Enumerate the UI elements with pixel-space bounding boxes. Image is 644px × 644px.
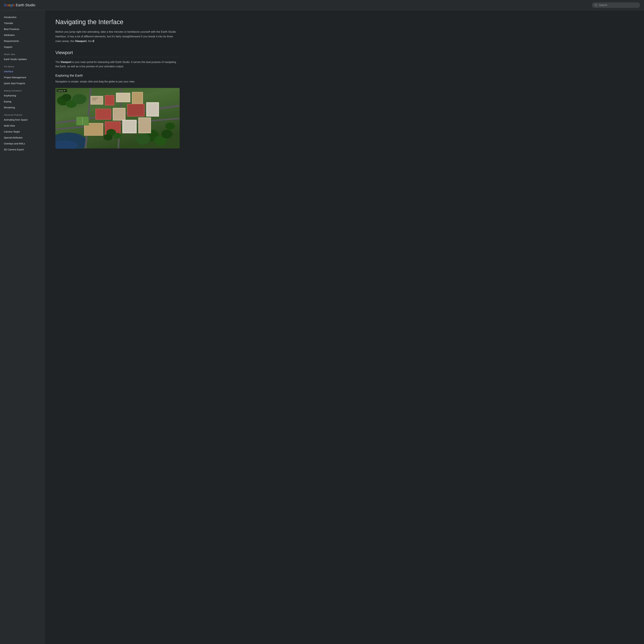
svg-rect-25	[133, 93, 142, 103]
svg-rect-27	[96, 109, 110, 119]
sidebar-section-label-making-animations: Making Animations	[0, 88, 45, 93]
svg-rect-45	[93, 99, 94, 100]
svg-point-16	[136, 133, 150, 144]
intro-bold-viewport: Viewport	[75, 40, 86, 43]
page-layout: Introduction Tutorials Best Practices At…	[0, 10, 644, 644]
svg-rect-23	[117, 94, 129, 101]
svg-point-11	[62, 94, 71, 101]
sidebar-section-label-the-basics: The Basics	[0, 63, 45, 68]
svg-point-17	[165, 123, 175, 130]
sidebar-section-advanced-features: Advanced Features Animating from Space M…	[0, 112, 45, 152]
sidebar: Introduction Tutorials Best Practices At…	[0, 10, 45, 644]
svg-line-1	[596, 6, 597, 6]
aerial-svg: Camera ▼	[55, 88, 180, 149]
sidebar-section-label-advanced-features: Advanced Features	[0, 112, 45, 117]
product-name: Earth Studio	[16, 3, 35, 7]
search-icon	[594, 4, 597, 7]
page-title: Navigating the Interface	[55, 18, 180, 26]
exploring-earth-text: Navigation is simple: simply click and d…	[55, 79, 180, 84]
intro-bold-e: E	[93, 40, 94, 43]
sidebar-item-overlays-and-kmls[interactable]: Overlays and KMLs	[0, 141, 45, 147]
viewport-section-text: The Viewport is your main portal for int…	[55, 60, 180, 69]
viewport-section-title: Viewport	[55, 50, 180, 57]
svg-text:Camera ▼: Camera ▼	[58, 90, 65, 92]
sidebar-item-introduction[interactable]: Introduction	[0, 14, 45, 20]
viewport-bold: Viewport	[61, 61, 71, 63]
svg-rect-41	[139, 118, 150, 133]
sidebar-section-making-animations: Making Animations Keyframing Easing Rend…	[0, 88, 45, 110]
svg-rect-44	[96, 98, 98, 99]
svg-rect-31	[128, 105, 144, 116]
sidebar-item-interface[interactable]: Interface	[0, 68, 45, 74]
sidebar-section-label-whats-new: What's New	[0, 51, 45, 56]
viewport-text-after: is your main portal for interacting with…	[55, 61, 176, 68]
svg-rect-33	[147, 103, 158, 116]
svg-rect-29	[114, 109, 125, 120]
svg-point-51	[114, 133, 121, 139]
svg-rect-43	[94, 98, 96, 99]
svg-point-15	[161, 130, 172, 138]
page-intro: Before you jump right into animating, ta…	[55, 30, 180, 44]
google-wordmark: Google	[4, 3, 15, 7]
sidebar-item-rendering[interactable]: Rendering	[0, 104, 45, 110]
svg-rect-35	[85, 124, 102, 135]
sidebar-item-attribution[interactable]: Attribution	[0, 32, 45, 38]
search-input[interactable]	[599, 4, 638, 7]
exploring-earth-title: Exploring the Earth	[55, 74, 180, 77]
sidebar-item-3d-camera-export[interactable]: 3D Camera Export	[0, 147, 45, 152]
svg-point-52	[104, 134, 112, 141]
sidebar-item-animating-from-space[interactable]: Animating from Space	[0, 117, 45, 123]
sidebar-item-easing[interactable]: Easing	[0, 99, 45, 104]
viewport-section: Viewport The Viewport is your main porta…	[55, 50, 180, 149]
sidebar-section-the-basics: The Basics Interface Project Management …	[0, 63, 45, 86]
sidebar-section-getting-started: Introduction Tutorials Best Practices At…	[0, 14, 45, 50]
viewport-text-before: The	[55, 61, 61, 63]
sidebar-section-whats-new: What's New Earth Studio Updates	[0, 51, 45, 62]
sidebar-item-requirements[interactable]: Requirements	[0, 38, 45, 44]
sidebar-item-camera-target[interactable]: Camera Target	[0, 129, 45, 135]
sidebar-item-quick-start-projects[interactable]: Quick Start Projects	[0, 80, 45, 86]
header: Google Earth Studio	[0, 0, 644, 10]
svg-rect-42	[93, 98, 94, 99]
svg-rect-21	[106, 96, 114, 105]
aerial-image: Camera ▼	[55, 88, 180, 149]
svg-point-12	[72, 94, 86, 104]
sidebar-item-best-practices[interactable]: Best Practices	[0, 26, 45, 32]
svg-rect-46	[94, 99, 96, 100]
intro-text-before: Before you jump right into animating, ta…	[55, 30, 176, 43]
sidebar-item-keyframing[interactable]: Keyframing	[0, 93, 45, 99]
search-bar[interactable]	[592, 2, 640, 8]
intro-text-mid: , the	[86, 40, 93, 43]
sidebar-item-support[interactable]: Support	[0, 44, 45, 50]
logo: Google Earth Studio	[4, 3, 35, 7]
sidebar-item-earth-studio-updates[interactable]: Earth Studio Updates	[0, 56, 45, 62]
sidebar-item-special-attributes[interactable]: Special Attributes	[0, 135, 45, 141]
sidebar-item-project-management[interactable]: Project Management	[0, 74, 45, 80]
main-content: Navigating the Interface Before you jump…	[45, 10, 190, 644]
sidebar-item-tutorials[interactable]: Tutorials	[0, 20, 45, 26]
svg-rect-39	[123, 121, 136, 133]
sidebar-item-multi-view[interactable]: Multi-View	[0, 123, 45, 129]
aerial-image-container: Camera ▼	[55, 88, 180, 149]
